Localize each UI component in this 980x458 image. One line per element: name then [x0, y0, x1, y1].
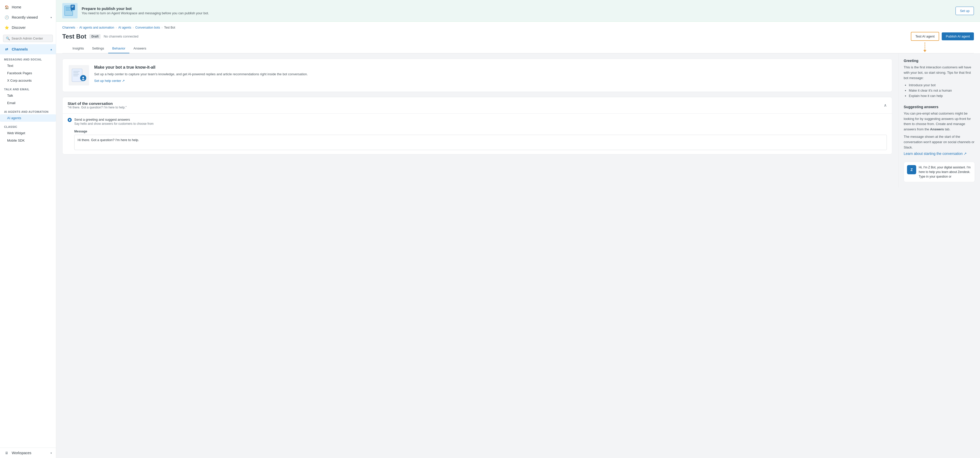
sidebar-item-email[interactable]: Email [0, 99, 56, 107]
breadcrumb-ai-agents[interactable]: AI agents [118, 26, 131, 29]
left-panel: Make your bot a true know-it-all Set up … [56, 54, 898, 187]
breadcrumb-sep-4: › [162, 26, 162, 29]
sidebar-item-home[interactable]: 🏠 Home [0, 2, 56, 12]
collapse-icon[interactable]: ∧ [884, 103, 887, 108]
sidebar-item-text[interactable]: Text [0, 62, 56, 69]
promo-icon [68, 65, 89, 86]
sidebar-home-label: Home [12, 5, 21, 9]
sidebar-section-ai: AI agents and automation [0, 109, 56, 114]
sidebar-item-ai-agents[interactable]: AI agents [0, 114, 56, 122]
radio-label: Send a greeting and suggest answers [74, 118, 154, 121]
suggesting-title: Suggesting answers [904, 105, 975, 109]
bullet-1: Introduce your bot [909, 83, 975, 88]
test-button-container: Test AI agent [911, 32, 939, 41]
split-content: Make your bot a true know-it-all Set up … [56, 54, 980, 187]
svg-rect-1 [65, 7, 71, 8]
sidebar-item-mobile-sdk[interactable]: Mobile SDK [0, 137, 56, 144]
page-title: Test Bot [62, 33, 86, 40]
banner-icon [62, 3, 78, 18]
greeting-bullets: Introduce your bot Make it clear it's no… [904, 83, 975, 99]
radio-text: Send a greeting and suggest answers Say … [74, 118, 154, 126]
svg-point-15 [82, 79, 84, 80]
top-banner: Prepare to publish your bot You need to … [56, 0, 980, 22]
sidebar-item-xcorp[interactable]: X Corp accounts [0, 77, 56, 84]
sidebar-item-recently-viewed[interactable]: 🕐 Recently viewed ▾ [0, 12, 56, 22]
svg-point-14 [83, 77, 84, 78]
radio-option[interactable]: Send a greeting and suggest answers Say … [68, 118, 887, 126]
breadcrumb-conv-bots[interactable]: Conversation bots [135, 26, 160, 29]
suggesting-content-1: You can pre-empt what customers might be… [904, 111, 975, 132]
promo-link[interactable]: Set up help center ↗ [94, 79, 125, 83]
breadcrumb-sep-1: › [77, 26, 78, 29]
sidebar-item-talk[interactable]: Talk [0, 92, 56, 99]
breadcrumb-channels[interactable]: Channels [62, 26, 75, 29]
search-box[interactable]: 🔍 [3, 35, 53, 42]
tab-insights[interactable]: Insights [68, 44, 88, 53]
tab-settings[interactable]: Settings [88, 44, 108, 53]
breadcrumb-current: Test Bot [164, 26, 175, 29]
breadcrumb-sep-3: › [133, 26, 134, 29]
sidebar-discover-label: Discover [12, 25, 25, 30]
suggesting-content-2: The message shown at the start of the co… [904, 134, 975, 150]
publish-ai-agent-button[interactable]: Publish AI agent [942, 32, 974, 40]
chevron-up-icon: ▴ [51, 48, 52, 51]
message-box[interactable]: Hi there. Got a question? I'm here to he… [74, 135, 887, 150]
conv-title: Start of the conversation [68, 101, 127, 106]
sidebar-channels-label: Channels [12, 47, 28, 51]
svg-rect-11 [73, 74, 79, 75]
sidebar-section-classic: Classic [0, 124, 56, 129]
conv-header-text: Start of the conversation "Hi there. Got… [68, 101, 127, 109]
svg-rect-9 [73, 71, 80, 72]
page-header: Channels › AI agents and automation › AI… [56, 22, 980, 54]
search-input[interactable] [11, 37, 50, 40]
header-actions: Test AI agent Publish AI agent [911, 32, 974, 41]
conversation-section: Start of the conversation "Hi there. Got… [62, 97, 892, 154]
channels-icon: ⇄ [4, 47, 9, 52]
svg-rect-6 [72, 7, 73, 7]
tab-answers[interactable]: Answers [129, 44, 150, 53]
sidebar-item-web-widget[interactable]: Web Widget [0, 129, 56, 137]
promo-description: Set up a help center to capture your tea… [94, 72, 308, 77]
bot-preview: Z Hi, I'm Z Bot, your digital assistant.… [904, 162, 975, 182]
sidebar-section-talk-email: Talk and email [0, 86, 56, 92]
message-label: Message [74, 130, 887, 133]
sidebar: 🏠 Home 🕐 Recently viewed ▾ ⭐ Discover 🔍 … [0, 0, 56, 458]
right-panel: Greeting This is the first interaction c… [898, 54, 980, 187]
promo-card: Make your bot a true know-it-all Set up … [62, 59, 892, 92]
content-area: Channels › AI agents and automation › AI… [56, 22, 980, 458]
suggesting-section: Suggesting answers You can pre-empt what… [904, 105, 975, 156]
sidebar-section-messaging: Messaging and social [0, 56, 56, 62]
bot-avatar: Z [907, 165, 916, 174]
svg-rect-5 [72, 6, 74, 6]
sidebar-recently-label: Recently viewed [12, 15, 38, 19]
sidebar-item-workspaces[interactable]: 🖥 Workspaces ▾ [0, 447, 56, 458]
breadcrumb-ai-automation[interactable]: AI agents and automation [80, 26, 115, 29]
breadcrumb-sep-2: › [116, 26, 117, 29]
bot-message: Hi, I'm Z Bot, your digital assistant. I… [919, 165, 972, 179]
greeting-content: This is the first interaction customers … [904, 65, 975, 81]
sidebar-item-discover[interactable]: ⭐ Discover [0, 22, 56, 33]
promo-title: Make your bot a true know-it-all [94, 65, 308, 70]
breadcrumb: Channels › AI agents and automation › AI… [62, 26, 974, 29]
greeting-section: Greeting This is the first interaction c… [904, 59, 975, 99]
chevron-down-icon: ▾ [51, 16, 52, 19]
learn-more-link[interactable]: Learn about starting the conversation ↗ [904, 151, 967, 156]
radio-description: Say hello and show answers for customers… [74, 122, 154, 126]
sidebar-item-channels[interactable]: ⇄ Channels ▴ [0, 44, 56, 54]
svg-rect-10 [73, 72, 78, 73]
setup-button[interactable]: Set up [956, 6, 974, 15]
test-ai-agent-button[interactable]: Test AI agent [911, 32, 939, 41]
radio-circle [68, 118, 72, 122]
home-icon: 🏠 [4, 5, 9, 10]
draft-badge: Draft [89, 34, 100, 39]
banner-title: Prepare to publish your bot [82, 6, 132, 11]
sidebar-item-facebook[interactable]: Facebook Pages [0, 69, 56, 77]
svg-rect-12 [73, 76, 78, 76]
sidebar-workspaces-label: Workspaces [12, 451, 32, 455]
banner-text: Prepare to publish your bot You need to … [82, 6, 951, 15]
chevron-down-icon-workspaces: ▾ [51, 452, 52, 455]
banner-description: You need to turn on Agent Workspace and … [82, 11, 951, 15]
clock-icon: 🕐 [4, 15, 9, 20]
star-icon: ⭐ [4, 25, 9, 30]
tab-behavior[interactable]: Behavior [108, 44, 129, 53]
